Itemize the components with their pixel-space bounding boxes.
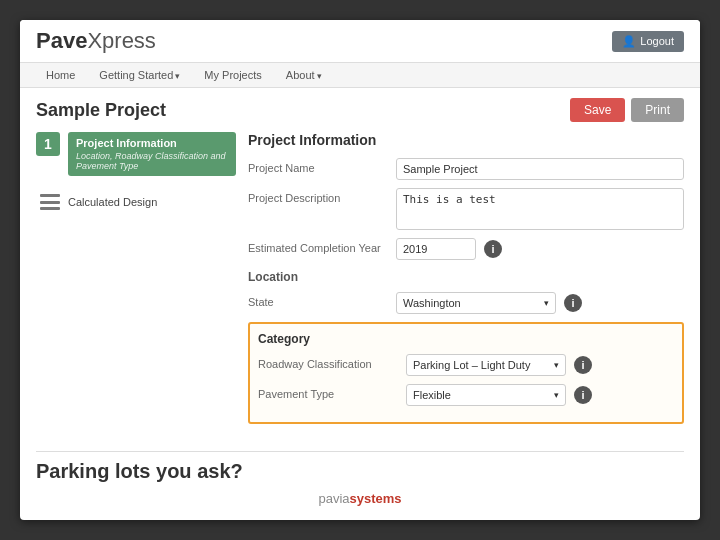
nav-getting-started[interactable]: Getting Started▾	[89, 63, 190, 87]
footer-systems: systems	[350, 491, 402, 506]
two-col-layout: 1 Project Information Location, Roadway …	[36, 132, 684, 437]
state-dropdown[interactable]: Washington ▾	[396, 292, 556, 314]
footer-pavia: pavia	[318, 491, 349, 506]
nav-bar: Home Getting Started▾ My Projects About▾	[20, 63, 700, 88]
est-completion-label: Estimated Completion Year	[248, 238, 388, 254]
state-row: State Washington ▾ i	[248, 292, 684, 314]
logo-xpress: Xpress	[87, 28, 155, 53]
footer-brand: paviasystems	[36, 487, 684, 510]
user-icon: 👤	[622, 35, 636, 48]
est-completion-row: Estimated Completion Year i	[248, 238, 684, 260]
nav-about[interactable]: About▾	[276, 63, 332, 87]
calculated-design-label: Calculated Design	[68, 196, 157, 208]
form-section-title: Project Information	[248, 132, 684, 148]
est-completion-input[interactable]	[396, 238, 476, 260]
state-info-icon[interactable]: i	[564, 294, 582, 312]
page-title: Sample Project	[36, 100, 166, 121]
category-title: Category	[258, 332, 674, 346]
nav-my-projects[interactable]: My Projects	[194, 63, 271, 87]
top-bar: PaveXpress 👤 Logout	[20, 20, 700, 63]
est-completion-info-icon[interactable]: i	[484, 240, 502, 258]
chevron-down-icon: ▾	[544, 298, 549, 308]
logout-button[interactable]: 👤 Logout	[612, 31, 684, 52]
roadway-class-dropdown[interactable]: Parking Lot – Light Duty ▾	[406, 354, 566, 376]
step-info: Project Information Location, Roadway Cl…	[68, 132, 236, 176]
chevron-down-icon: ▾	[554, 360, 559, 370]
chevron-down-icon: ▾	[554, 390, 559, 400]
pavement-type-info-icon[interactable]: i	[574, 386, 592, 404]
nav-home[interactable]: Home	[36, 63, 85, 87]
list-icon	[40, 194, 60, 210]
pavement-type-row: Pavement Type Flexible ▾ i	[258, 384, 674, 406]
roadway-class-label: Roadway Classification	[258, 354, 398, 370]
divider	[36, 451, 684, 452]
step-subtitle: Location, Roadway Classification and Pav…	[76, 151, 228, 171]
state-value: Washington	[403, 297, 461, 309]
slide-container: PaveXpress 👤 Logout Home Getting Started…	[20, 20, 700, 520]
main-content: Sample Project Save Print 1 Project Info…	[20, 88, 700, 437]
project-desc-row: Project Description This is a test	[248, 188, 684, 230]
sidebar-calculated-design[interactable]: Calculated Design	[36, 188, 236, 216]
location-section-title: Location	[248, 270, 684, 284]
state-label: State	[248, 292, 388, 308]
step-title: Project Information	[76, 137, 228, 149]
page-header: Sample Project Save Print	[36, 98, 684, 122]
step-number: 1	[36, 132, 60, 156]
bottom-section: Parking lots you ask? paviasystems	[20, 437, 700, 520]
sidebar-step-1: 1 Project Information Location, Roadway …	[36, 132, 236, 176]
form-area: Project Information Project Name Project…	[248, 132, 684, 437]
header-buttons: Save Print	[570, 98, 684, 122]
project-name-row: Project Name	[248, 158, 684, 180]
save-button[interactable]: Save	[570, 98, 625, 122]
project-name-label: Project Name	[248, 158, 388, 174]
project-name-input[interactable]	[396, 158, 684, 180]
left-sidebar: 1 Project Information Location, Roadway …	[36, 132, 236, 437]
logout-label: Logout	[640, 35, 674, 47]
roadway-class-info-icon[interactable]: i	[574, 356, 592, 374]
roadway-class-row: Roadway Classification Parking Lot – Lig…	[258, 354, 674, 376]
logo: PaveXpress	[36, 28, 156, 54]
project-desc-input[interactable]: This is a test	[396, 188, 684, 230]
pavement-type-value: Flexible	[413, 389, 451, 401]
logo-pave: Pave	[36, 28, 87, 53]
print-button[interactable]: Print	[631, 98, 684, 122]
project-desc-label: Project Description	[248, 188, 388, 204]
pavement-type-dropdown[interactable]: Flexible ▾	[406, 384, 566, 406]
bottom-text: Parking lots you ask?	[36, 460, 684, 483]
roadway-class-value: Parking Lot – Light Duty	[413, 359, 530, 371]
pavement-type-label: Pavement Type	[258, 384, 398, 400]
category-box: Category Roadway Classification Parking …	[248, 322, 684, 424]
